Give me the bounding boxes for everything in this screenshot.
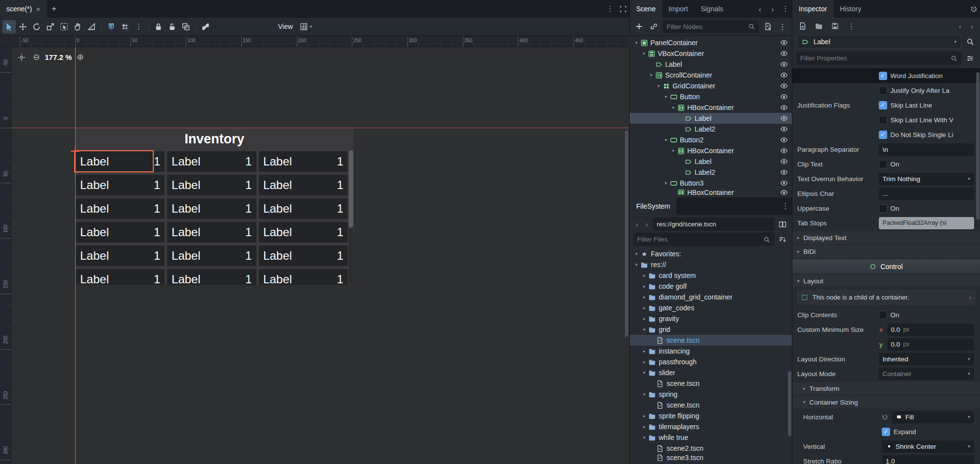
dropdown[interactable]: Container▾ bbox=[879, 368, 974, 380]
object-options-icon[interactable] bbox=[964, 36, 976, 48]
grid-options-button[interactable]: ▾ bbox=[299, 20, 312, 33]
pan-tool[interactable] bbox=[71, 20, 84, 33]
value-field[interactable]: 1.0 bbox=[882, 455, 974, 464]
value-field[interactable]: ... bbox=[879, 188, 974, 200]
scene-node-Label2[interactable]: Label2 bbox=[630, 124, 792, 135]
expand-arrow-icon[interactable]: ▸ bbox=[641, 349, 648, 354]
expand-arrow-icon[interactable]: ▸ bbox=[641, 305, 648, 310]
expand-arrow-icon[interactable]: ▸ bbox=[641, 273, 648, 278]
dropdown[interactable]: Trim Nothing▾ bbox=[879, 173, 974, 185]
visibility-eye-icon[interactable] bbox=[780, 136, 788, 144]
section-container-sizing[interactable]: ▾ Container Sizing bbox=[792, 396, 980, 409]
fs-item-code-golf[interactable]: ▸ code golf bbox=[630, 281, 792, 292]
fs-item-favorites-[interactable]: ▾ ★Favorites: bbox=[630, 248, 792, 259]
tab-signals[interactable]: Signals bbox=[694, 0, 729, 18]
expand-arrow-icon[interactable]: ▾ bbox=[641, 435, 648, 440]
expand-arrow-icon[interactable]: ▸ bbox=[641, 413, 648, 418]
revert-icon[interactable] bbox=[882, 414, 888, 420]
scene-node-Button2[interactable]: ▾ Button2 bbox=[630, 135, 792, 145]
fs-item-gate-codes[interactable]: ▸ gate_codes bbox=[630, 302, 792, 313]
tab-forward-icon[interactable]: › bbox=[766, 0, 779, 18]
fs-item-passthrough[interactable]: ▸ passthrough bbox=[630, 356, 792, 367]
tab-back-icon[interactable]: ‹ bbox=[754, 0, 766, 18]
visibility-eye-icon[interactable] bbox=[780, 71, 788, 79]
scene-node-Label[interactable]: Label bbox=[630, 113, 792, 124]
expand-arrow-icon[interactable]: ▾ bbox=[633, 40, 640, 45]
tab-inspector[interactable]: Inspector bbox=[792, 0, 834, 18]
load-resource-icon[interactable] bbox=[813, 20, 825, 32]
filter-nodes-field[interactable] bbox=[663, 20, 759, 33]
scene-node-Button[interactable]: ▾ Button bbox=[630, 91, 792, 102]
checkbox[interactable]: ✓ bbox=[879, 311, 887, 319]
scene-node-HBoxContainer[interactable]: HBoxContainer bbox=[630, 189, 792, 195]
current-path-field[interactable] bbox=[653, 218, 774, 231]
save-resource-icon[interactable] bbox=[829, 20, 841, 32]
inventory-cell[interactable]: Label1 bbox=[167, 269, 256, 285]
canvas-vertical-scrollbar[interactable] bbox=[625, 131, 628, 337]
expand-arrow-icon[interactable]: ▾ bbox=[641, 370, 648, 375]
scene-node-Label[interactable]: Label bbox=[630, 59, 792, 70]
checkbox[interactable]: ✓ bbox=[879, 116, 887, 124]
new-scene-tab-button[interactable]: + bbox=[47, 0, 61, 18]
visibility-eye-icon[interactable] bbox=[780, 189, 788, 195]
inventory-cell[interactable]: Label1 bbox=[259, 222, 348, 243]
value-field[interactable]: \n bbox=[879, 143, 974, 156]
visibility-eye-icon[interactable] bbox=[780, 125, 788, 133]
scene-tabs-menu-icon[interactable]: ⋮ bbox=[604, 0, 616, 18]
inventory-scrollbar[interactable] bbox=[349, 150, 353, 284]
edited-object-dropdown[interactable]: Label ▾ bbox=[796, 35, 961, 49]
filter-properties-input[interactable] bbox=[800, 55, 948, 62]
fs-item-while-true[interactable]: ▾ while true bbox=[630, 432, 792, 443]
sort-files-icon[interactable] bbox=[777, 234, 788, 246]
inventory-cell[interactable]: Label1 bbox=[167, 175, 256, 195]
add-node-icon[interactable] bbox=[633, 21, 645, 32]
instance-scene-icon[interactable] bbox=[648, 21, 660, 32]
resource-menu-icon[interactable]: ⋮ bbox=[845, 20, 857, 32]
tab-history[interactable]: History bbox=[834, 0, 868, 18]
section-displayed-text[interactable]: ▸ Displayed Text bbox=[792, 231, 980, 244]
scene-node-Button3[interactable]: ▾ Button3 bbox=[630, 178, 792, 189]
inventory-scrollbar-thumb[interactable] bbox=[349, 150, 353, 228]
skeleton-options-menu[interactable] bbox=[199, 20, 212, 33]
visibility-eye-icon[interactable] bbox=[780, 147, 788, 155]
visibility-eye-icon[interactable] bbox=[780, 60, 788, 68]
grid-snap-toggle[interactable] bbox=[118, 20, 132, 33]
inventory-cell[interactable]: Label1 bbox=[76, 198, 165, 219]
unlock-node-button[interactable] bbox=[166, 20, 179, 33]
container-notice[interactable]: This node is a child of a container.› bbox=[797, 290, 976, 305]
scene-node-Label2[interactable]: Label2 bbox=[630, 167, 792, 178]
x-value-field[interactable]: 0.0px bbox=[887, 324, 974, 336]
inspector-forward-icon[interactable]: › bbox=[968, 22, 976, 30]
tab-scene[interactable]: Scene bbox=[630, 0, 662, 18]
visibility-eye-icon[interactable] bbox=[780, 39, 788, 47]
expand-arrow-icon[interactable]: ▸ bbox=[641, 316, 648, 321]
inventory-cell[interactable]: Label1 bbox=[167, 222, 256, 243]
ruler-tool[interactable] bbox=[85, 20, 98, 33]
snap-options-menu[interactable]: ⋮ bbox=[132, 20, 145, 33]
zoom-in-button[interactable]: ⊕ bbox=[77, 52, 84, 62]
zoom-level[interactable]: 177.2 % bbox=[45, 53, 72, 61]
lock-node-button[interactable] bbox=[152, 20, 165, 33]
inventory-cell[interactable]: Label1 bbox=[76, 222, 165, 243]
dropdown[interactable]: Shrink Center▾ bbox=[882, 440, 974, 453]
filter-files-input[interactable] bbox=[637, 236, 760, 243]
visibility-eye-icon[interactable] bbox=[780, 82, 788, 90]
current-path-input[interactable] bbox=[657, 220, 770, 228]
fs-item-instancing[interactable]: ▸ instancing bbox=[630, 346, 792, 356]
fs-item-gravity[interactable]: ▸ gravity bbox=[630, 313, 792, 324]
visibility-eye-icon[interactable] bbox=[780, 168, 788, 176]
scene-node-VBoxContainer[interactable]: ▾ VBoxContainer bbox=[630, 48, 792, 59]
scene-node-PanelContainer[interactable]: ▾ PanelContainer bbox=[630, 37, 792, 48]
expand-arrow-icon[interactable]: ▾ bbox=[662, 137, 670, 142]
inventory-cell[interactable]: Label1 bbox=[259, 269, 348, 285]
filesystem-scrollbar[interactable] bbox=[788, 371, 791, 436]
inventory-cell[interactable]: Label1 bbox=[259, 151, 348, 172]
fs-item-scene-tscn[interactable]: scene.tscn bbox=[630, 335, 792, 346]
y-value-field[interactable]: 0.0px bbox=[887, 338, 974, 351]
inspector-scrollbar[interactable] bbox=[976, 72, 980, 219]
section-bidi[interactable]: ▸ BiDi bbox=[792, 245, 980, 258]
smart-snap-toggle[interactable] bbox=[105, 20, 118, 33]
viewport-2d[interactable]: Inventory Label1Label1Label1Label1Label1… bbox=[11, 47, 629, 464]
fs-item-grid[interactable]: ▾ grid bbox=[630, 324, 792, 335]
fs-item-diamond-grid-container[interactable]: ▸ diamond_grid_container bbox=[630, 292, 792, 302]
